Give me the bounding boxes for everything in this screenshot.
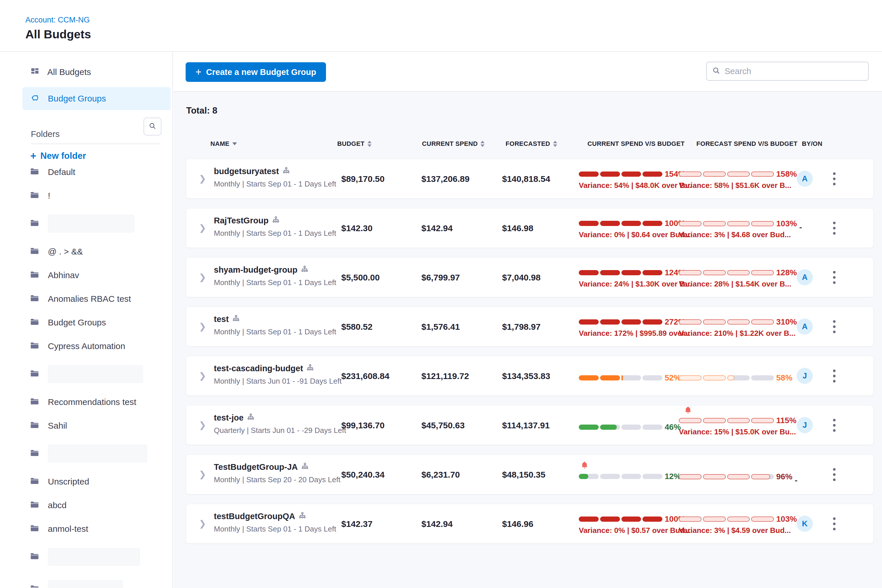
row-menu-button[interactable] [832,171,837,186]
budget-value: $142.30 [341,224,372,233]
avatar[interactable]: J [796,417,813,433]
column-header-budget[interactable]: BUDGET [337,140,372,148]
folder-list-item[interactable]: Anomalies RBAC test [0,287,173,311]
row-menu-button[interactable] [832,368,837,384]
folder-list-item[interactable]: ! [0,184,173,207]
budget-group-name[interactable]: test-cascading-budget [214,364,303,373]
hierarchy-icon [232,315,240,324]
budget-group-row[interactable]: ❯ budgetsuryatest Monthly | Starts Sep 0… [186,159,873,198]
folder-list-item[interactable]: Recommendations test [0,390,173,414]
alert-bell-icon [580,460,589,470]
budget-group-row[interactable]: ❯ TestBudgetGroup-JA Monthly | Starts Se… [186,455,873,494]
account-breadcrumb-link[interactable]: Account: CCM-NG [26,16,90,24]
row-menu-button[interactable] [832,319,837,334]
folder-list-item[interactable]: abcd [0,494,173,517]
folder-icon [30,270,39,280]
progress-bar [679,270,774,275]
expand-chevron-icon[interactable]: ❯ [199,223,206,233]
forecast-vs-budget-bar: 128% Variance: 28% | $1.54K over B... [679,258,803,297]
budget-group-name[interactable]: TestBudgetGroup-JA [214,462,298,472]
page-header: Account: CCM-NG All Budgets [0,0,882,52]
folder-list-item[interactable]: Sahil [0,414,173,438]
search-box [706,62,869,81]
avatar[interactable]: K [796,516,813,532]
column-header-by-on: BY/ON [802,140,822,148]
budget-group-name[interactable]: test [214,315,229,324]
sidebar-item-all-budgets[interactable]: All Budgets [22,60,171,84]
folder-list-item[interactable]: Default [0,160,173,184]
budget-group-name[interactable]: test-joe [214,413,243,423]
row-menu-button[interactable] [832,418,837,433]
budget-group-row[interactable]: ❯ test-joe Quarterly | Starts Jun 01 - -… [186,405,873,445]
forecasted-value: $1,798.97 [502,322,540,332]
expand-chevron-icon[interactable]: ❯ [199,272,206,282]
folder-list-item[interactable]: @ . > && [0,240,173,264]
budget-group-row[interactable]: ❯ test Monthly | Starts Sep 01 - 1 Days … [186,307,873,346]
create-budget-group-button[interactable]: + Create a new Budget Group [186,62,326,82]
budget-group-row[interactable]: ❯ testBudgetGroupQA Monthly | Starts Sep… [186,504,873,543]
forecast-vs-budget-bar: 103% Variance: 3% | $4.59 over Bud... [679,504,803,543]
progress-bar [579,320,662,324]
column-header-forecasted[interactable]: FORECASTED [506,140,557,148]
budget-group-name[interactable]: testBudgetGroupQA [214,512,295,521]
folder-list-item[interactable]: Abhinav [0,264,173,287]
folder-icon [30,477,39,487]
folder-list: Default ! @ . > && Abhinav Anomali [0,160,173,588]
percent-label: 58% [776,373,792,382]
budget-period: Quarterly | Starts Jun 01 - -29 Days Lef… [214,426,346,435]
folder-list-item[interactable]: Cypress Automation [0,334,173,358]
percent-label: 12% [664,472,681,481]
column-header-name[interactable]: NAME [210,140,237,148]
avatar[interactable]: J [796,368,813,384]
budget-group-row[interactable]: ❯ shyam-budget-group Monthly | Starts Se… [186,258,873,297]
budget-group-row[interactable]: ❯ RajTestGroup Monthly | Starts Sep 01 -… [186,208,873,248]
folder-list-item[interactable]: Unscripted [0,470,173,494]
budget-value: $580.52 [341,322,372,332]
row-menu-button[interactable] [832,467,837,482]
folder-name: Sahil [48,421,67,430]
percent-label: 115% [776,416,796,425]
row-menu-button[interactable] [832,516,837,531]
expand-chevron-icon[interactable]: ❯ [199,420,206,430]
avatar[interactable]: A [796,318,813,334]
column-header-current-spend[interactable]: CURRENT SPEND [422,140,484,148]
folder-list-item[interactable] [0,358,173,390]
sidebar-item-budget-groups[interactable]: Budget Groups [22,87,171,110]
folder-search-button[interactable] [144,118,161,135]
folder-list-item[interactable] [0,207,173,240]
avatar[interactable]: A [796,171,813,187]
expand-chevron-icon[interactable]: ❯ [199,469,206,479]
row-menu-button[interactable] [832,270,837,285]
folder-name: Default [48,167,75,177]
forecasted-value: $7,040.98 [502,273,540,282]
current-vs-budget-bar: 272% Variance: 172% | $995.89 over... [579,307,679,346]
variance-text: Variance: 58% | $51.6K over B... [679,181,791,190]
progress-bar [679,418,774,423]
redacted-folder-name [48,548,140,566]
folder-list-item[interactable] [0,438,173,470]
expand-chevron-icon[interactable]: ❯ [199,174,206,184]
folder-list-item[interactable]: Budget Groups [0,311,173,334]
variance-text: Variance: 3% | $4.68 over Bud... [679,230,791,239]
row-menu-button[interactable] [832,220,837,236]
folder-list-item[interactable] [0,573,173,588]
budget-group-name[interactable]: shyam-budget-group [214,265,297,275]
folder-name: Recommendations test [48,397,136,407]
budget-group-name[interactable]: budgetsuryatest [214,166,279,176]
avatar[interactable]: A [796,269,813,285]
expand-chevron-icon[interactable]: ❯ [199,370,206,381]
folder-icon [30,341,39,351]
expand-chevron-icon[interactable]: ❯ [199,321,206,332]
redacted-folder-name [48,215,134,232]
folder-list-item[interactable]: anmol-test [0,517,173,541]
budget-group-name[interactable]: RajTestGroup [214,216,268,225]
page-title: All Budgets [26,28,91,41]
budget-value: $231,608.84 [341,371,389,381]
expand-chevron-icon[interactable]: ❯ [199,519,206,529]
total-count: Total: 8 [186,105,218,116]
variance-text: Variance: 28% | $1.54K over B... [679,280,791,288]
search-input[interactable] [724,67,863,76]
budget-group-row[interactable]: ❯ test-cascading-budget Monthly | Starts… [186,356,873,396]
folder-icon [30,420,39,431]
folder-list-item[interactable] [0,541,173,573]
